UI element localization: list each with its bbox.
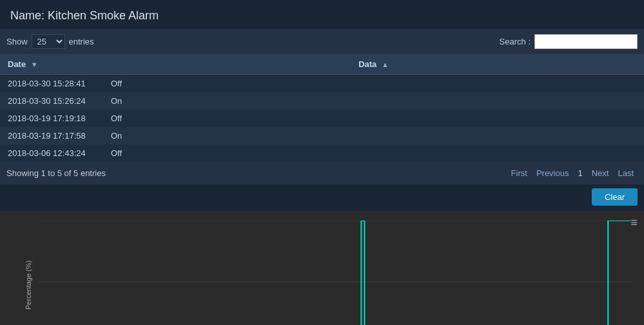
cell-data: Off [103,75,644,93]
table-row: 2018-03-19 17:17:58On [0,127,644,144]
table-footer: Showing 1 to 5 of 5 entries First Previo… [0,162,644,184]
previous-button[interactable]: Previous [532,167,573,179]
show-entries-control: Show 10 25 50 100 entries [6,34,94,49]
chart-area: 100 50 0 8. Mar 10. Mar 12. Mar 14. Mar … [39,221,631,325]
chart-container: ≡ Percentage (%) 100 50 0 8. Mar 10. Mar… [0,211,644,325]
cell-date: 2018-03-30 15:28:41 [0,75,103,93]
table-row: 2018-03-06 12:43:24Off [0,144,644,162]
clear-button[interactable]: Clear [592,188,638,206]
cell-data: On [103,92,644,110]
table-body: 2018-03-30 15:28:41Off2018-03-30 15:26:2… [0,75,644,162]
table-row: 2018-03-19 17:19:18Off [0,110,644,127]
date-sort-icon: ▼ [31,61,38,68]
showing-text: Showing 1 to 5 of 5 entries [6,168,106,178]
pagination: First Previous 1 Next Last [507,167,638,179]
cell-date: 2018-03-06 12:43:24 [0,144,103,162]
last-button[interactable]: Last [614,167,638,179]
table-row: 2018-03-30 15:28:41Off [0,75,644,93]
cell-date: 2018-03-30 15:26:24 [0,92,103,110]
search-input[interactable] [534,34,638,49]
next-button[interactable]: Next [588,167,613,179]
table-controls: Show 10 25 50 100 entries Search : [0,29,644,54]
table-row: 2018-03-30 15:26:24On [0,92,644,110]
clear-row: Clear [0,184,644,210]
data-table: Date ▼ Data ▲ 2018-03-30 15:28:41Off2018… [0,54,644,162]
show-entries-select[interactable]: 10 25 50 100 [32,34,65,49]
search-box: Search : [500,34,638,49]
cell-date: 2018-03-19 17:19:18 [0,110,103,127]
y-axis-label: Percentage (%) [24,261,32,310]
search-label: Search : [500,37,531,46]
table-header-row: Date ▼ Data ▲ [0,54,644,75]
first-button[interactable]: First [507,167,531,179]
entries-label: entries [69,37,94,46]
data-sort-icon: ▲ [382,61,389,68]
chart-svg: 100 50 0 8. Mar 10. Mar 12. Mar 14. Mar … [39,221,631,325]
cell-data: Off [103,110,644,127]
chart-menu-icon[interactable]: ≡ [630,216,638,230]
col-header-date[interactable]: Date ▼ [0,54,103,75]
cell-date: 2018-03-19 17:17:58 [0,127,103,144]
cell-data: Off [103,144,644,162]
show-label: Show [6,37,28,46]
col-header-data[interactable]: Data ▲ [103,54,644,75]
page-title: Name: Kitchen Smoke Alarm [0,0,644,29]
current-page: 1 [574,167,586,179]
cell-data: On [103,127,644,144]
